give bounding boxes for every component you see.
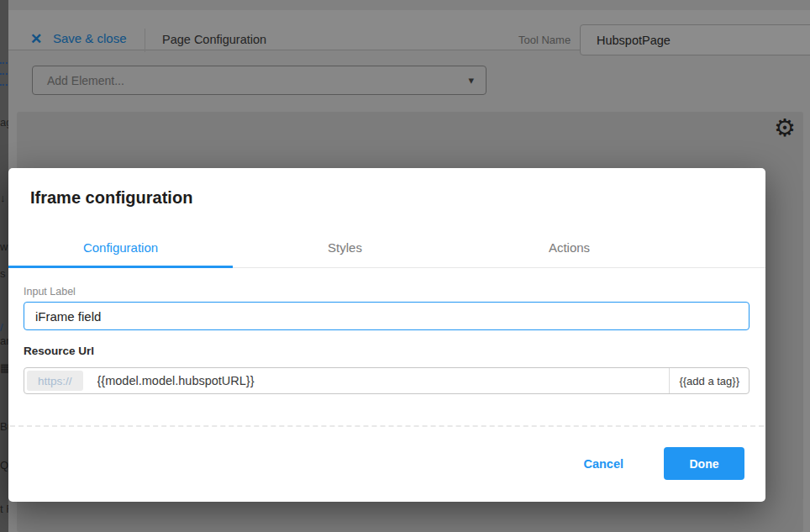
- resource-url-label: Resource Url: [24, 345, 94, 357]
- resource-url-field: https:// {{add a tag}}: [24, 367, 750, 394]
- tab-configuration[interactable]: Configuration: [8, 227, 233, 267]
- done-button[interactable]: Done: [664, 447, 744, 480]
- tab-styles[interactable]: Styles: [233, 227, 457, 267]
- dialog-tabs: Configuration Styles Actions: [8, 227, 765, 268]
- tab-actions[interactable]: Actions: [457, 227, 681, 267]
- dashed-divider: [10, 425, 764, 427]
- input-label-field[interactable]: [24, 302, 750, 330]
- input-label-label: Input Label: [24, 286, 76, 298]
- resource-url-input[interactable]: [86, 368, 670, 393]
- iframe-configuration-dialog: Iframe configuration Configuration Style…: [8, 168, 765, 502]
- add-tag-button[interactable]: {{add a tag}}: [669, 368, 749, 393]
- dialog-actions: Cancel Done: [583, 447, 744, 480]
- protocol-prefix-chip: https://: [27, 371, 83, 391]
- dialog-title: Iframe configuration: [30, 188, 192, 208]
- cancel-button[interactable]: Cancel: [583, 457, 623, 471]
